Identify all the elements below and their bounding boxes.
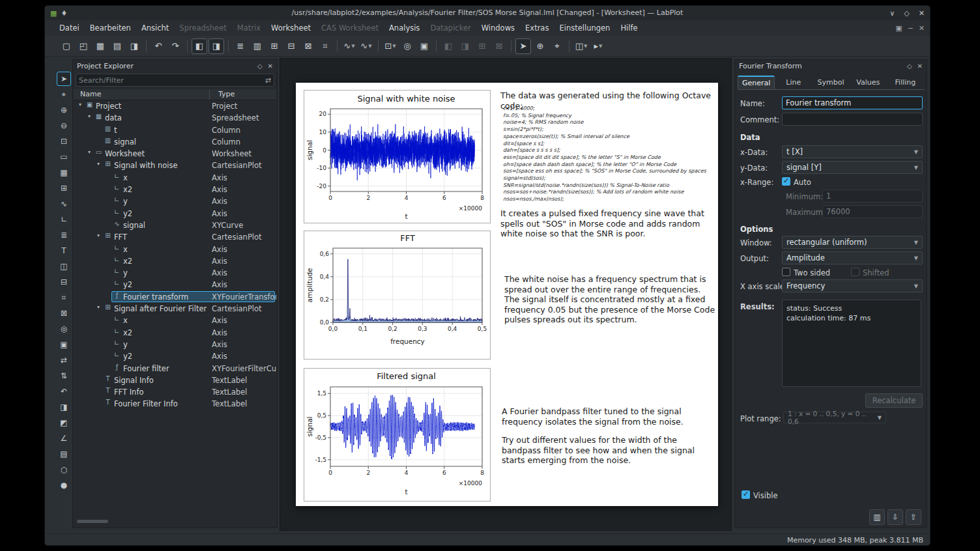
- grid-layout-button[interactable]: ⌗: [57, 290, 71, 305]
- new-plot-button[interactable]: ∿: [57, 197, 71, 211]
- expander-icon[interactable]: ▾: [76, 102, 84, 107]
- column-header-name[interactable]: Name: [80, 90, 101, 98]
- maximize-icon[interactable]: ◇: [904, 9, 909, 18]
- mdi-minimize-icon[interactable]: −: [908, 24, 914, 33]
- menu-matrix[interactable]: Matrix: [232, 21, 266, 35]
- shift-up-y-button[interactable]: ⇅: [57, 369, 71, 383]
- minimum-input[interactable]: 1: [822, 190, 923, 203]
- fit-selection-button[interactable]: ◎: [57, 322, 71, 336]
- filtered-signal-plot[interactable]: 024681,50,5-0,5-1,5Filtered signalt×1000…: [304, 368, 491, 502]
- scrollbar-thumb[interactable]: [77, 520, 108, 523]
- maximum-input[interactable]: 76000: [822, 205, 923, 218]
- magnifier-button[interactable]: ◎: [399, 38, 415, 54]
- tree-row-x2[interactable]: ∟x2Axis: [74, 255, 276, 267]
- tree-row-worksheet[interactable]: ▾▭WorksheetWorksheet: [74, 148, 276, 160]
- tree-row-fourier-transform[interactable]: ƒFourier transformXYFourierTransformCurv…: [74, 291, 276, 303]
- menu-windows[interactable]: Windows: [476, 21, 520, 35]
- tab-line[interactable]: Line: [775, 76, 812, 89]
- x-data-combobox[interactable]: t [X]▼: [782, 145, 923, 158]
- insert-plot-from-template-button[interactable]: ⊟: [283, 38, 299, 54]
- insert-image-button[interactable]: ▥: [250, 38, 265, 54]
- pin-icon[interactable]: ♦: [61, 9, 67, 18]
- arrange-layout-button[interactable]: ⊠: [300, 38, 316, 54]
- x-axis-scale-combobox[interactable]: Frequency▼: [782, 279, 923, 292]
- auto-checkbox[interactable]: [782, 177, 790, 186]
- magnification-dropdown-button[interactable]: ◫▼: [573, 38, 589, 54]
- tree-row-signal-info[interactable]: TSignal InfoTextLabel: [74, 374, 276, 386]
- mdi-restore-icon[interactable]: ▣: [895, 24, 902, 33]
- add-legend-button[interactable]: ≣: [57, 228, 71, 242]
- tree-column-header[interactable]: Name Type: [74, 89, 276, 100]
- new-file-button[interactable]: ▢: [59, 38, 74, 54]
- fit-page-button[interactable]: ▣: [57, 337, 71, 352]
- add-axis-button[interactable]: ∟: [57, 212, 71, 227]
- menu-hilfe[interactable]: Hilfe: [615, 21, 642, 35]
- load-template-button[interactable]: ▥: [869, 509, 885, 525]
- tree-row-y2[interactable]: ∟y2Axis: [74, 350, 276, 362]
- tree-row-x[interactable]: ∟xAxis: [74, 315, 276, 326]
- tree-row-data[interactable]: ▾▦dataSpreadsheet: [74, 112, 276, 124]
- expander-icon[interactable]: ▾: [94, 233, 102, 238]
- save-file-button[interactable]: ▦: [93, 38, 108, 54]
- navigate-prev-button[interactable]: ○: [57, 462, 71, 477]
- tree-row-y2[interactable]: ∟y2Axis: [74, 208, 276, 219]
- fft-plot[interactable]: 0,00,10,20,30,40,50,60,40,20,0FFTfrequen…: [304, 231, 491, 360]
- tree-row-project[interactable]: ▾▣ProjectProject: [74, 100, 276, 112]
- column-header-type[interactable]: Type: [218, 90, 235, 98]
- tree-row-y[interactable]: ∟yAxis: [74, 267, 276, 279]
- save-template-button[interactable]: ⇩: [887, 509, 903, 525]
- search-input[interactable]: Search/Filter ⇄: [76, 74, 274, 87]
- close-icon[interactable]: ✕: [919, 9, 925, 18]
- menu-spreadsheet[interactable]: Spreadsheet: [174, 21, 231, 35]
- expander-icon[interactable]: ▾: [94, 304, 102, 310]
- tree-row-x[interactable]: ∟xAxis: [74, 244, 276, 255]
- new-worksheet-button[interactable]: ▭: [57, 150, 71, 164]
- window-combobox[interactable]: rectangular (uniform)▼: [782, 236, 923, 249]
- theme-selector-button[interactable]: ◩: [57, 416, 71, 430]
- add-text-label-button[interactable]: T: [57, 244, 71, 258]
- tree-row-fourier-filter[interactable]: ƒFourier filterXYFourierFilterCurve: [74, 363, 276, 374]
- crosshair-mode-button[interactable]: ⊕: [532, 38, 548, 54]
- redo-button[interactable]: ↷: [167, 38, 183, 54]
- insert-plot-button[interactable]: ⊞: [267, 38, 282, 54]
- data-operations-button[interactable]: ▤: [57, 447, 71, 461]
- worksheet-view[interactable]: 0246820100-10-20Signal with white noiset…: [280, 58, 732, 531]
- signal-with-noise-plot[interactable]: 0246820100-10-20Signal with white noiset…: [304, 90, 491, 223]
- vertical-layout-button[interactable]: ◫: [57, 259, 71, 274]
- break-layout-button[interactable]: ⊠: [57, 306, 71, 320]
- recalculate-button[interactable]: Recalculate: [865, 393, 923, 408]
- rotate-element-button[interactable]: ↶: [57, 384, 71, 399]
- menu-ansicht[interactable]: Ansicht: [136, 21, 174, 35]
- tree-row-t[interactable]: ▥tColumn: [74, 124, 276, 136]
- horizontal-layout-button[interactable]: ⊟: [57, 275, 71, 289]
- output-combobox[interactable]: Amplitude▼: [782, 251, 923, 264]
- float-panel-icon[interactable]: ◇: [257, 63, 263, 70]
- cartesian-plot-tool-button[interactable]: ∠: [57, 431, 71, 445]
- toggle-project-explorer-button[interactable]: ◧: [192, 38, 207, 54]
- column-separator[interactable]: [209, 90, 210, 100]
- menu-analysis[interactable]: Analysis: [384, 21, 425, 35]
- toggle-properties-explorer-button[interactable]: ◨: [209, 38, 224, 54]
- mdi-close-icon[interactable]: ✕: [919, 24, 925, 33]
- zoom-selection-tool-button[interactable]: ⊡: [57, 134, 71, 148]
- crosshair-tool-button[interactable]: ⌖: [57, 87, 71, 102]
- tab-filling[interactable]: Filling: [887, 76, 924, 89]
- two-sided-checkbox[interactable]: [782, 268, 790, 276]
- select-mode-button[interactable]: ➤: [515, 38, 531, 54]
- tab-symbol[interactable]: Symbol: [812, 76, 849, 89]
- tree-row-y2[interactable]: ∟y2Axis: [74, 279, 276, 290]
- open-file-button[interactable]: ◰: [76, 38, 91, 54]
- pointer-tool-button[interactable]: ➤: [57, 72, 71, 86]
- tree-row-fft[interactable]: ▾⊞FFTCartesianPlot: [74, 231, 276, 243]
- tree-row-y[interactable]: ∟yAxis: [74, 195, 276, 207]
- tree-row-x[interactable]: ∟xAxis: [74, 172, 276, 184]
- grid-settings-button[interactable]: ⌗: [317, 38, 333, 54]
- titlebar[interactable]: ▦ ♦ /usr/share/labplot2/examples/Analysi…: [45, 6, 930, 20]
- print-preview-button[interactable]: ◨: [126, 38, 142, 54]
- zoom-select-button[interactable]: ⊡▼: [382, 38, 398, 54]
- float-panel-icon[interactable]: ◇: [907, 63, 912, 70]
- zoom-in-tool-button[interactable]: ⊕: [57, 103, 71, 117]
- tree-row-signal[interactable]: ∿signalXYCurve: [74, 219, 276, 231]
- tree-row-fourier-filter-info[interactable]: TFourier Filter InfoTextLabel: [74, 398, 276, 410]
- tree-row-signal-with-noise[interactable]: ▾⊞Signal with noiseCartesianPlot: [74, 160, 276, 171]
